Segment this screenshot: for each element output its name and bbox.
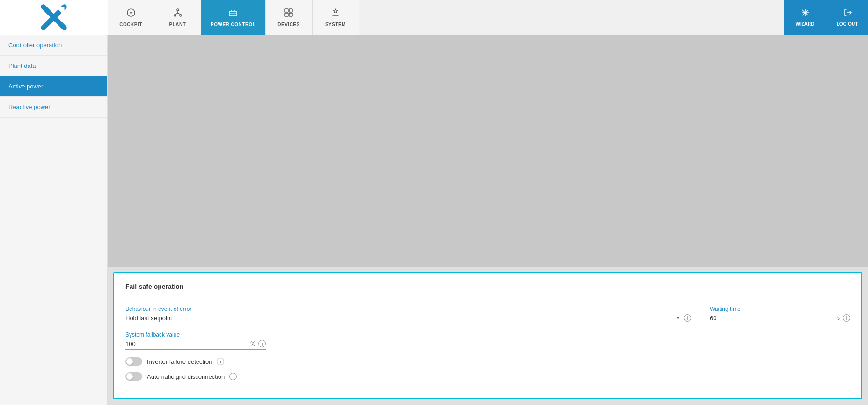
devices-icon [284, 7, 294, 20]
behaviour-info-icon[interactable]: i [684, 314, 691, 322]
form-row-fallback: System fallback value 100 % i [125, 331, 850, 350]
sidebar-item-controller-operation[interactable]: Controller operation [0, 35, 107, 56]
nav-tab-power-control[interactable]: POWER CONTROL [201, 0, 266, 35]
waiting-time-input[interactable]: 60 [710, 315, 834, 322]
nav-actions: WIZARD LOG OUT [784, 0, 868, 35]
failsafe-panel: Fail-safe operation Behaviour in event o… [113, 272, 862, 399]
nav-tab-system[interactable]: SYSTEM [313, 0, 359, 35]
power-control-icon [228, 7, 238, 20]
main-layout: Controller operation Plant data Active p… [0, 35, 868, 405]
auto-grid-label: Automatic grid disconnection [147, 373, 225, 380]
fallback-label: System fallback value [125, 331, 266, 338]
sidebar-item-reactive-power[interactable]: Reactive power [0, 97, 107, 118]
logout-label: LOG OUT [837, 22, 858, 27]
waiting-time-group: Waiting time 60 s i [710, 306, 850, 324]
svg-point-6 [177, 9, 179, 11]
svg-rect-20 [289, 13, 292, 16]
devices-label: DEVICES [277, 22, 299, 27]
waiting-time-info-icon[interactable]: i [843, 314, 850, 322]
svg-rect-17 [285, 9, 288, 12]
svg-point-8 [180, 15, 182, 16]
sidebar-item-active-power[interactable]: Active power [0, 76, 107, 97]
cockpit-icon [126, 7, 136, 20]
waiting-time-input-row: 60 s i [710, 314, 850, 324]
behaviour-group: Behaviour in event of error Hold last se… [125, 306, 691, 324]
waiting-time-unit: s [837, 315, 840, 321]
fallback-info-icon[interactable]: i [258, 340, 266, 347]
system-icon [330, 7, 341, 20]
plant-label: PLANT [169, 22, 186, 27]
nav-tab-plant[interactable]: PLANT [154, 0, 201, 35]
toggle-row-auto-grid: Automatic grid disconnection i [125, 372, 850, 381]
fallback-input[interactable]: 100 [125, 340, 248, 347]
auto-grid-info-icon[interactable]: i [229, 373, 237, 380]
system-label: SYSTEM [325, 22, 346, 27]
panel-divider [125, 298, 850, 298]
gray-placeholder [108, 35, 868, 267]
inverter-failure-toggle[interactable] [125, 357, 142, 366]
behaviour-select[interactable]: Hold last setpoint Use fallback value Di… [125, 315, 672, 322]
sidebar: Controller operation Plant data Active p… [0, 35, 108, 405]
wizard-button[interactable]: WIZARD [784, 0, 826, 35]
panel-title: Fail-safe operation [125, 283, 850, 290]
toggle-row-inverter: Inverter failure detection i [125, 357, 850, 366]
svg-point-7 [174, 15, 176, 16]
svg-point-4 [130, 12, 132, 14]
fallback-input-row: 100 % i [125, 340, 266, 350]
auto-grid-toggle[interactable] [125, 372, 142, 381]
nav-tabs: COCKPIT PLANT POWER CONTROL DEVICES SYST… [108, 0, 784, 35]
wizard-label: WIZARD [796, 22, 815, 27]
behaviour-input-row: Hold last setpoint Use fallback value Di… [125, 314, 691, 324]
nav-tab-devices[interactable]: DEVICES [266, 0, 313, 35]
inverter-failure-label: Inverter failure detection [147, 358, 212, 365]
cockpit-label: COCKPIT [119, 22, 142, 27]
svg-rect-18 [289, 9, 292, 12]
nav-tab-cockpit[interactable]: COCKPIT [108, 0, 154, 35]
svg-rect-19 [285, 13, 288, 16]
top-nav: COCKPIT PLANT POWER CONTROL DEVICES SYST… [0, 0, 868, 35]
power-control-label: POWER CONTROL [211, 22, 256, 27]
svg-line-10 [175, 13, 178, 15]
wizard-icon [801, 8, 810, 20]
svg-line-11 [178, 13, 181, 15]
sidebar-item-plant-data[interactable]: Plant data [0, 56, 107, 76]
logout-button[interactable]: LOG OUT [826, 0, 868, 35]
logout-icon [843, 8, 852, 20]
waiting-time-label: Waiting time [710, 306, 850, 312]
content-area: Fail-safe operation Behaviour in event o… [108, 35, 868, 405]
form-row-behaviour: Behaviour in event of error Hold last se… [125, 306, 850, 324]
behaviour-dropdown-arrow[interactable]: ▼ [675, 315, 681, 321]
fallback-unit: % [250, 340, 255, 347]
logo-area [0, 0, 108, 35]
plant-icon [173, 7, 183, 20]
app-logo [40, 3, 68, 31]
behaviour-label: Behaviour in event of error [125, 306, 691, 312]
fallback-group: System fallback value 100 % i [125, 331, 266, 350]
inverter-failure-info-icon[interactable]: i [217, 358, 224, 365]
